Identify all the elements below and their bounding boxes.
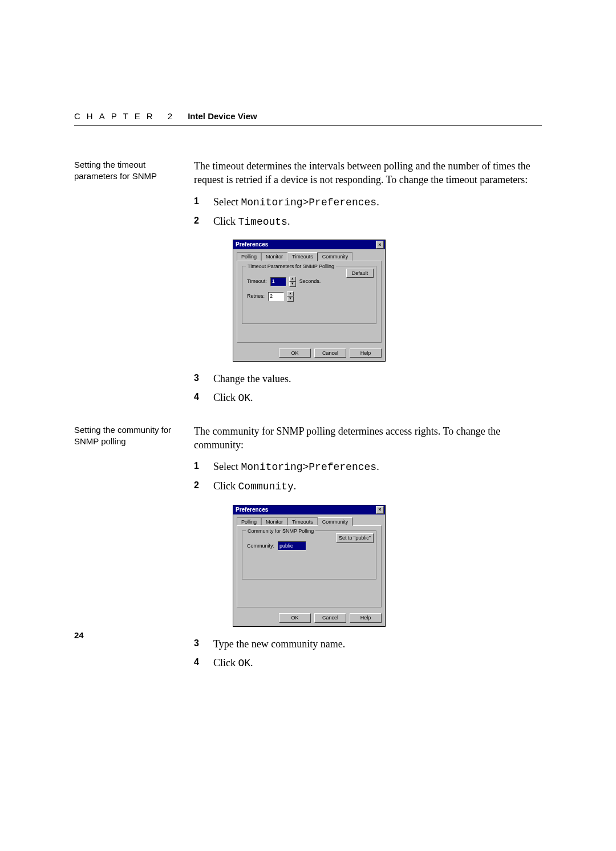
- step-text: Select: [213, 196, 241, 208]
- ok-button[interactable]: OK: [279, 613, 311, 623]
- code-text: OK: [238, 658, 251, 669]
- step-text: Select: [213, 461, 241, 472]
- side-heading: Setting the community for SNMP polling: [74, 424, 188, 676]
- step-text: Click: [213, 657, 238, 668]
- step-1: Select Monitoring>Preferences.: [194, 460, 542, 475]
- code-text: Monitoring>Preferences: [241, 461, 376, 473]
- community-label: Community:: [247, 542, 274, 550]
- section-timeout: Setting the timeout parameters for SNMP …: [74, 159, 542, 411]
- code-text: OK: [238, 392, 251, 404]
- intro-paragraph: The timeout determines the intervals bet…: [194, 159, 542, 187]
- step-2: Click Timeouts. Preferences × Polling Mo…: [194, 214, 542, 362]
- tab-timeouts[interactable]: Timeouts: [287, 252, 318, 261]
- retries-input[interactable]: 2: [268, 292, 284, 301]
- community-input[interactable]: public: [278, 541, 306, 550]
- step-text: .: [376, 461, 379, 472]
- dialog-titlebar: Preferences ×: [233, 505, 385, 514]
- code-text: Timeouts: [238, 216, 287, 228]
- cancel-button[interactable]: Cancel: [314, 613, 346, 623]
- spinner-icon[interactable]: ▲▼: [287, 291, 294, 302]
- set-public-button[interactable]: Set to "public": [336, 533, 374, 543]
- step-text: Click: [213, 216, 238, 227]
- tab-polling[interactable]: Polling: [237, 252, 261, 261]
- preferences-dialog-timeouts: Preferences × Polling Monitor Timeouts C…: [233, 240, 386, 362]
- tab-timeouts[interactable]: Timeouts: [287, 517, 318, 526]
- tab-community[interactable]: Community: [318, 517, 353, 526]
- step-text: .: [294, 480, 297, 492]
- tab-polling[interactable]: Polling: [237, 517, 261, 526]
- step-1: Select Monitoring>Preferences.: [194, 195, 542, 210]
- ok-button[interactable]: OK: [279, 348, 311, 358]
- timeout-input[interactable]: 1: [270, 277, 286, 286]
- close-icon[interactable]: ×: [376, 241, 384, 249]
- header-title: Intel Device View: [188, 111, 257, 121]
- side-heading: Setting the timeout parameters for SNMP: [74, 159, 188, 411]
- preferences-dialog-community: Preferences × Polling Monitor Timeouts C…: [233, 505, 386, 627]
- code-text: Monitoring>Preferences: [241, 197, 376, 208]
- dialog-titlebar: Preferences ×: [233, 240, 385, 249]
- step-text: Click: [213, 392, 238, 403]
- dialog-title: Preferences: [236, 241, 268, 249]
- step-text: .: [250, 392, 253, 403]
- step-4: Click OK.: [194, 656, 542, 671]
- step-4: Click OK.: [194, 391, 542, 406]
- tab-monitor[interactable]: Monitor: [261, 252, 287, 261]
- group-label: Community for SNMP Polling: [246, 528, 315, 535]
- default-button[interactable]: Default: [346, 269, 374, 278]
- dialog-tabs: Polling Monitor Timeouts Community: [237, 252, 382, 261]
- help-button[interactable]: Help: [350, 348, 382, 358]
- retries-label: Retries:: [247, 293, 265, 300]
- close-icon[interactable]: ×: [376, 506, 384, 514]
- dialog-tabs: Polling Monitor Timeouts Community: [237, 517, 382, 526]
- cancel-button[interactable]: Cancel: [314, 348, 346, 358]
- step-text: Click: [213, 480, 238, 492]
- step-text: .: [287, 216, 290, 227]
- timeout-label: Timeout:: [247, 278, 267, 285]
- help-button[interactable]: Help: [350, 613, 382, 623]
- intro-paragraph: The community for SNMP polling determine…: [194, 424, 542, 452]
- step-text: .: [250, 657, 253, 668]
- step-2: Click Community. Preferences × Polling M…: [194, 479, 542, 626]
- chapter-line: CHAPTER 2: [74, 111, 179, 121]
- section-community: Setting the community for SNMP polling T…: [74, 424, 542, 676]
- step-3: Change the values.: [194, 372, 542, 386]
- code-text: Community: [238, 481, 294, 492]
- dialog-title: Preferences: [236, 506, 268, 514]
- page-header: CHAPTER 2 Intel Device View: [74, 111, 542, 126]
- tab-monitor[interactable]: Monitor: [261, 517, 287, 526]
- step-text: .: [376, 196, 379, 208]
- step-3: Type the new community name.: [194, 637, 542, 651]
- tab-community[interactable]: Community: [318, 252, 353, 261]
- group-label: Timeout Parameters for SNMP Polling: [246, 263, 336, 270]
- page-number: 24: [74, 630, 84, 640]
- spinner-icon[interactable]: ▲▼: [289, 277, 296, 287]
- timeout-unit: Seconds.: [299, 278, 321, 285]
